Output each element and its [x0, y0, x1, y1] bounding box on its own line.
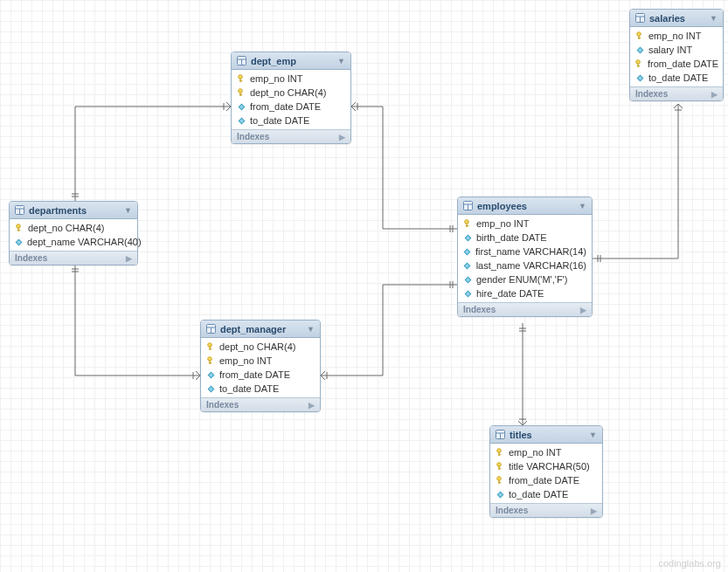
collapse-icon[interactable]: ▼	[579, 202, 586, 210]
column-row[interactable]: emp_no INT	[201, 354, 320, 368]
column-label: last_name VARCHAR(16)	[476, 260, 586, 271]
column-row[interactable]: to_date DATE	[630, 71, 723, 85]
column-label: emp_no INT	[476, 218, 530, 229]
table-icon	[206, 324, 216, 334]
table-header[interactable]: titles▼	[490, 426, 602, 444]
indexes-footer[interactable]: Indexes▶	[201, 397, 320, 411]
column-row[interactable]: to_date DATE	[201, 382, 320, 396]
footer-label: Indexes	[496, 506, 528, 515]
diamond-icon	[463, 262, 472, 270]
svg-rect-64	[637, 47, 643, 53]
footer-label: Indexes	[463, 305, 496, 314]
svg-rect-22	[17, 228, 18, 232]
watermark: codinglabs.org	[658, 558, 721, 569]
table-icon	[237, 56, 246, 65]
svg-rect-30	[239, 80, 242, 81]
column-row[interactable]: to_date DATE	[490, 487, 602, 501]
columns-list: dept_no CHAR(4)emp_no INTfrom_date DATEt…	[201, 338, 320, 397]
column-row[interactable]: first_name VARCHAR(14)	[458, 245, 592, 258]
diamond-icon	[635, 74, 644, 82]
collapse-icon[interactable]: ▼	[337, 57, 345, 65]
svg-rect-40	[209, 347, 210, 351]
indexes-footer[interactable]: Indexes▶	[490, 503, 602, 517]
column-row[interactable]: from_date DATE	[201, 368, 320, 382]
column-row[interactable]: emp_no INT	[490, 445, 602, 459]
column-row[interactable]: birth_date DATE	[458, 231, 592, 245]
svg-rect-67	[637, 65, 640, 66]
svg-rect-63	[638, 38, 641, 38]
indexes-footer[interactable]: Indexes▶	[232, 129, 350, 143]
indexes-footer[interactable]: Indexes▶	[458, 302, 592, 316]
key-icon	[237, 74, 246, 83]
footer-label: Indexes	[635, 89, 668, 99]
column-label: to_date DATE	[648, 72, 708, 83]
table-icon	[15, 205, 24, 215]
table-icon	[635, 13, 645, 23]
column-row[interactable]: from_date DATE	[630, 57, 723, 71]
table-header[interactable]: dept_manager▼	[201, 320, 320, 338]
collapse-icon[interactable]: ▼	[307, 325, 315, 334]
table-dept_manager[interactable]: dept_manager▼dept_no CHAR(4)emp_no INTfr…	[200, 320, 321, 412]
column-label: to_date DATE	[509, 489, 568, 500]
column-row[interactable]: from_date DATE	[490, 473, 602, 487]
chevron-right-icon: ▶	[309, 401, 315, 410]
svg-rect-66	[637, 64, 638, 68]
column-label: salary INT	[648, 45, 692, 55]
table-departments[interactable]: departments▼dept_no CHAR(4)dept_name VAR…	[9, 201, 138, 265]
svg-rect-32	[239, 93, 240, 97]
column-row[interactable]: dept_name VARCHAR(40)	[10, 235, 137, 249]
collapse-icon[interactable]: ▼	[710, 14, 718, 23]
svg-rect-41	[209, 348, 211, 349]
column-row[interactable]: title VARCHAR(50)	[490, 459, 602, 473]
collapse-icon[interactable]: ▼	[589, 431, 597, 439]
column-row[interactable]: emp_no INT	[232, 72, 350, 86]
svg-rect-46	[208, 386, 214, 392]
chevron-right-icon: ▶	[126, 254, 132, 263]
key-icon	[635, 31, 644, 40]
diamond-icon	[463, 290, 472, 298]
key-icon	[15, 224, 24, 232]
key-icon	[496, 462, 504, 471]
column-label: to_date DATE	[219, 383, 279, 394]
svg-rect-34	[239, 104, 245, 110]
chevron-right-icon: ▶	[591, 507, 597, 515]
svg-rect-81	[497, 492, 503, 498]
footer-label: Indexes	[15, 253, 47, 263]
table-employees[interactable]: employees▼emp_no INTbirth_date DATEfirst…	[457, 196, 593, 317]
chevron-right-icon: ▶	[711, 90, 718, 99]
chevron-right-icon: ▶	[339, 133, 345, 141]
table-header[interactable]: dept_emp▼	[232, 52, 350, 70]
table-header[interactable]: employees▼	[458, 197, 592, 215]
svg-rect-45	[208, 372, 214, 378]
table-titles[interactable]: titles▼emp_no INTtitle VARCHAR(50)from_d…	[489, 425, 603, 518]
column-row[interactable]: dept_no CHAR(4)	[201, 340, 320, 354]
columns-list: dept_no CHAR(4)dept_name VARCHAR(40)	[10, 219, 137, 251]
table-salaries[interactable]: salaries▼emp_no INTsalary INTfrom_date D…	[629, 9, 724, 101]
column-label: to_date DATE	[250, 115, 309, 126]
indexes-footer[interactable]: Indexes▶	[10, 251, 137, 265]
column-row[interactable]: from_date DATE	[232, 100, 350, 114]
svg-rect-43	[209, 361, 210, 365]
diamond-icon	[206, 371, 215, 379]
column-label: hire_date DATE	[476, 288, 544, 299]
table-name: dept_emp	[251, 56, 337, 66]
column-label: from_date DATE	[509, 475, 579, 486]
table-header[interactable]: salaries▼	[630, 10, 723, 27]
indexes-footer[interactable]: Indexes▶	[630, 86, 723, 100]
column-row[interactable]: last_name VARCHAR(16)	[458, 258, 592, 272]
column-row[interactable]: salary INT	[630, 43, 723, 57]
column-row[interactable]: dept_no CHAR(4)	[232, 86, 350, 100]
column-row[interactable]: gender ENUM('M','F')	[458, 272, 592, 286]
svg-rect-74	[498, 454, 501, 455]
column-row[interactable]: emp_no INT	[630, 29, 723, 43]
table-name: titles	[510, 430, 589, 440]
chevron-right-icon: ▶	[580, 306, 586, 314]
column-row[interactable]: dept_no CHAR(4)	[10, 221, 137, 235]
table-dept_emp[interactable]: dept_emp▼emp_no INTdept_no CHAR(4)from_d…	[231, 52, 351, 144]
column-row[interactable]: hire_date DATE	[458, 286, 592, 300]
collapse-icon[interactable]: ▼	[124, 206, 132, 215]
column-row[interactable]: to_date DATE	[232, 114, 350, 127]
table-header[interactable]: departments▼	[10, 202, 137, 219]
column-label: title VARCHAR(50)	[509, 461, 590, 472]
column-row[interactable]: emp_no INT	[458, 217, 592, 231]
